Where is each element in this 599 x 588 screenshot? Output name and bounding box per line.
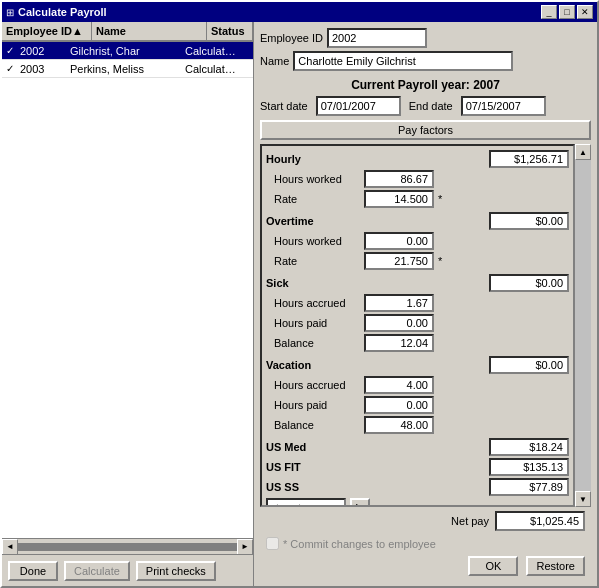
net-pay-label: Net pay bbox=[451, 515, 489, 527]
hours-worked-input[interactable] bbox=[364, 170, 434, 188]
sick-hours-paid-row: Hours paid bbox=[266, 314, 569, 332]
sick-hours-accrued-row: Hours accrued bbox=[266, 294, 569, 312]
scroll-down-button[interactable]: ▼ bbox=[575, 491, 591, 507]
employee-id-label: Employee ID bbox=[260, 32, 323, 44]
sick-balance-input[interactable] bbox=[364, 334, 434, 352]
us-fit-label: US FIT bbox=[266, 461, 301, 473]
asterisk-icon: * bbox=[438, 193, 442, 205]
minimize-button[interactable]: _ bbox=[541, 5, 557, 19]
sick-balance-label: Balance bbox=[274, 337, 364, 349]
vacation-hours-paid-input[interactable] bbox=[364, 396, 434, 414]
overtime-rate-input[interactable] bbox=[364, 252, 434, 270]
employee-status-cell: Calculat… bbox=[183, 45, 253, 57]
scroll-right-button[interactable]: ► bbox=[237, 539, 253, 555]
print-checks-button[interactable]: Print checks bbox=[136, 561, 216, 581]
close-button[interactable]: ✕ bbox=[577, 5, 593, 19]
right-bottom-buttons: OK Restore bbox=[260, 552, 591, 580]
sick-balance-row: Balance bbox=[266, 334, 569, 352]
list-header: Employee ID▲ Name Status bbox=[2, 22, 253, 42]
overtime-hours-worked-row: Hours worked bbox=[266, 232, 569, 250]
detail-scroll: Hourly Hours worked Rate * bbox=[260, 144, 575, 507]
overtime-hours-label: Hours worked bbox=[274, 235, 364, 247]
hourly-hours-worked-row: Hours worked bbox=[266, 170, 569, 188]
end-date-input[interactable] bbox=[461, 96, 546, 116]
overtime-section: Overtime Hours worked Rate * bbox=[266, 212, 569, 270]
employee-name-row: Name bbox=[260, 51, 591, 71]
employee-id-cell: 2002 bbox=[18, 45, 68, 57]
column-header-status[interactable]: Status bbox=[207, 22, 253, 40]
net-pay-input[interactable] bbox=[495, 511, 585, 531]
main-content: Employee ID▲ Name Status ✓ 2002 Gilchris… bbox=[2, 22, 597, 586]
list-item[interactable]: ✓ 2003 Perkins, Meliss Calculat… bbox=[2, 60, 253, 78]
done-button[interactable]: Done bbox=[8, 561, 58, 581]
employee-name-cell: Gilchrist, Char bbox=[68, 45, 183, 57]
vacation-amount[interactable] bbox=[489, 356, 569, 374]
new-row: ▶ bbox=[266, 498, 569, 507]
us-ss-row: US SS bbox=[266, 478, 569, 496]
start-date-input[interactable] bbox=[316, 96, 401, 116]
vacation-hours-paid-label: Hours paid bbox=[274, 399, 364, 411]
us-fit-amount[interactable] bbox=[489, 458, 569, 476]
hourly-amount[interactable] bbox=[489, 150, 569, 168]
vacation-hours-accrued-input[interactable] bbox=[364, 376, 434, 394]
sick-hours-paid-label: Hours paid bbox=[274, 317, 364, 329]
us-fit-row: US FIT bbox=[266, 458, 569, 476]
column-header-employee-id[interactable]: Employee ID▲ bbox=[2, 22, 92, 40]
employee-id-cell: 2003 bbox=[18, 63, 68, 75]
overtime-amount[interactable] bbox=[489, 212, 569, 230]
calculate-button[interactable]: Calculate bbox=[64, 561, 130, 581]
new-item-button[interactable]: ▶ bbox=[350, 498, 370, 507]
detail-area: Hourly Hours worked Rate * bbox=[260, 144, 591, 507]
horizontal-scrollbar: ◄ ► bbox=[2, 538, 253, 554]
hourly-rate-row: Rate * bbox=[266, 190, 569, 208]
vacation-balance-label: Balance bbox=[274, 419, 364, 431]
asterisk-icon: * bbox=[438, 255, 442, 267]
end-date-label: End date bbox=[409, 100, 453, 112]
scrollbar-track[interactable] bbox=[18, 543, 237, 551]
restore-button[interactable]: Restore bbox=[526, 556, 585, 576]
check-mark: ✓ bbox=[2, 63, 18, 74]
net-pay-row: Net pay bbox=[260, 507, 591, 535]
employee-name-label: Name bbox=[260, 55, 289, 67]
list-item[interactable]: ✓ 2002 Gilchrist, Char Calculat… bbox=[2, 42, 253, 60]
sick-hours-accrued-input[interactable] bbox=[364, 294, 434, 312]
sick-section: Sick Hours accrued Hours paid bbox=[266, 274, 569, 352]
calculate-payroll-window: ⊞ Calculate Payroll _ □ ✕ Employee ID▲ N… bbox=[0, 0, 599, 588]
title-bar: ⊞ Calculate Payroll _ □ ✕ bbox=[2, 2, 597, 22]
scroll-left-button[interactable]: ◄ bbox=[2, 539, 18, 555]
vacation-balance-input[interactable] bbox=[364, 416, 434, 434]
bottom-buttons: Done Calculate Print checks bbox=[2, 554, 253, 586]
new-item-input[interactable] bbox=[266, 498, 346, 507]
hourly-title: Hourly bbox=[266, 153, 301, 165]
hourly-section: Hourly Hours worked Rate * bbox=[266, 150, 569, 208]
column-header-name[interactable]: Name bbox=[92, 22, 207, 40]
maximize-button[interactable]: □ bbox=[559, 5, 575, 19]
vacation-hours-accrued-row: Hours accrued bbox=[266, 376, 569, 394]
scrollbar-track[interactable] bbox=[575, 160, 591, 491]
payroll-year-title: Current Payroll year: 2007 bbox=[260, 78, 591, 92]
us-med-amount[interactable] bbox=[489, 438, 569, 456]
sick-hours-paid-input[interactable] bbox=[364, 314, 434, 332]
us-med-label: US Med bbox=[266, 441, 306, 453]
sick-hours-accrued-label: Hours accrued bbox=[274, 297, 364, 309]
hours-worked-label: Hours worked bbox=[274, 173, 364, 185]
ok-button[interactable]: OK bbox=[468, 556, 518, 576]
vacation-title: Vacation bbox=[266, 359, 311, 371]
scroll-up-button[interactable]: ▲ bbox=[575, 144, 591, 160]
overtime-rate-row: Rate * bbox=[266, 252, 569, 270]
sick-amount[interactable] bbox=[489, 274, 569, 292]
window-title: Calculate Payroll bbox=[18, 6, 107, 18]
us-ss-label: US SS bbox=[266, 481, 299, 493]
overtime-hours-input[interactable] bbox=[364, 232, 434, 250]
pay-factors-button[interactable]: Pay factors bbox=[260, 120, 591, 140]
overtime-title: Overtime bbox=[266, 215, 314, 227]
commit-label: * Commit changes to employee bbox=[283, 538, 436, 550]
commit-checkbox[interactable] bbox=[266, 537, 279, 550]
commit-row: * Commit changes to employee bbox=[260, 535, 591, 552]
us-ss-amount[interactable] bbox=[489, 478, 569, 496]
check-mark: ✓ bbox=[2, 45, 18, 56]
hourly-rate-label: Rate bbox=[274, 193, 364, 205]
employee-name-input[interactable] bbox=[293, 51, 513, 71]
hourly-rate-input[interactable] bbox=[364, 190, 434, 208]
employee-id-input[interactable] bbox=[327, 28, 427, 48]
